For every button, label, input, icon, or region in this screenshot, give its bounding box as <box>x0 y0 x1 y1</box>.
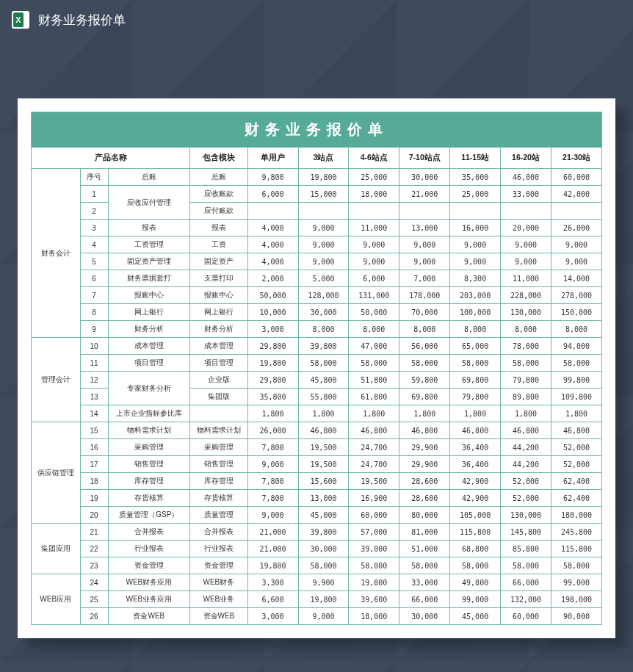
value-cell: 4,000 <box>247 220 298 236</box>
value-cell: 58,000 <box>450 355 501 372</box>
value-cell: 19,800 <box>349 574 399 591</box>
table-row: 22行业报表行业报表21,00030,00039,00051,00068,800… <box>32 541 602 557</box>
value-cell: 62,400 <box>551 473 601 490</box>
seq-cell: 20 <box>80 507 108 524</box>
value-cell: 8,300 <box>450 270 501 287</box>
value-cell: 46,800 <box>298 422 349 439</box>
value-cell: 9,000 <box>450 253 501 270</box>
value-cell: 60,000 <box>501 608 551 625</box>
value-cell: 9,000 <box>450 236 501 253</box>
module-cell: 成本管理 <box>190 338 247 355</box>
table-row: 25WEB业务应用WEB业务6,60019,80039,60066,00099,… <box>32 591 602 608</box>
value-cell: 60,000 <box>349 507 399 524</box>
value-cell: 26,000 <box>551 220 601 236</box>
value-cell: 62,400 <box>551 490 601 507</box>
seq-cell: 13 <box>80 389 108 405</box>
name-cell: 应收应付管理 <box>108 186 190 220</box>
value-cell: 1,800 <box>501 405 551 422</box>
module-cell: 行业报表 <box>190 541 247 557</box>
value-cell: 100,000 <box>450 304 501 321</box>
name-cell: 专家财务分析 <box>108 372 190 405</box>
module-cell: 存货核算 <box>190 490 247 507</box>
value-cell: 69,800 <box>450 372 501 389</box>
value-cell: 180,000 <box>551 507 601 524</box>
table-row: 8网上银行网上银行10,00030,00050,00070,000100,000… <box>32 304 602 321</box>
name-cell: 网上银行 <box>108 304 190 321</box>
value-cell: 99,800 <box>551 372 601 389</box>
value-cell: 3,300 <box>247 574 298 591</box>
value-cell: 33,000 <box>399 574 450 591</box>
group-header: WEB应用 <box>32 574 81 625</box>
name-cell: 资金WEB <box>108 608 190 625</box>
module-cell: 质量管理 <box>190 507 247 524</box>
value-cell: 1,800 <box>247 405 298 422</box>
value-cell: 1,800 <box>298 405 349 422</box>
value-cell: 8,000 <box>450 321 501 338</box>
value-cell: 39,800 <box>298 338 349 355</box>
seq-cell: 24 <box>80 574 108 591</box>
value-cell: 145,800 <box>501 524 551 541</box>
module-cell: 库存管理 <box>190 473 247 490</box>
module-cell: 固定资产 <box>190 253 247 270</box>
value-cell: 58,000 <box>349 355 399 372</box>
value-cell: 58,000 <box>501 355 551 372</box>
value-cell: 58,000 <box>298 557 349 574</box>
value-cell: 80,000 <box>399 507 450 524</box>
value-cell: 11,000 <box>349 220 399 236</box>
value-cell: 24,700 <box>349 456 399 473</box>
name-cell: 总账 <box>108 169 190 186</box>
module-cell: 合并报表 <box>190 524 247 541</box>
value-cell: 131,000 <box>349 287 399 304</box>
value-cell: 47,000 <box>349 338 399 355</box>
value-cell: 7,800 <box>247 473 298 490</box>
table-row: 14上市企业指标参比库1,8001,8001,8001,8001,8001,80… <box>32 405 602 422</box>
module-cell: 支票打印 <box>190 270 247 287</box>
value-cell: 128,000 <box>298 287 349 304</box>
seq-cell: 26 <box>80 608 108 625</box>
value-cell: 66,000 <box>399 591 450 608</box>
name-cell: 库存管理 <box>108 473 190 490</box>
value-cell: 45,800 <box>298 372 349 389</box>
seq-cell: 22 <box>80 541 108 557</box>
table-body: 财务会计序号总账总账9,80019,80025,00030,00035,0004… <box>32 169 602 625</box>
value-cell: 13,000 <box>399 220 450 236</box>
col-val-1: 3站点 <box>298 148 349 169</box>
module-cell: 工资 <box>190 236 247 253</box>
value-cell: 21,000 <box>247 541 298 557</box>
value-cell: 6,000 <box>349 270 399 287</box>
col-val-2: 4-6站点 <box>349 148 399 169</box>
value-cell: 50,000 <box>349 304 399 321</box>
value-cell <box>349 203 399 220</box>
value-cell <box>247 203 298 220</box>
table-row: 集团应用21合并报表合并报表21,00039,80057,00081,00011… <box>32 524 602 541</box>
value-cell: 9,000 <box>399 236 450 253</box>
value-cell: 178,000 <box>399 287 450 304</box>
value-cell: 24,700 <box>349 439 399 456</box>
group-header: 管理会计 <box>32 338 81 422</box>
value-cell: 90,000 <box>551 608 601 625</box>
value-cell: 9,000 <box>298 253 349 270</box>
seq-cell: 19 <box>80 490 108 507</box>
value-cell: 5,000 <box>298 270 349 287</box>
col-val-0: 单用户 <box>247 148 298 169</box>
value-cell: 99,000 <box>450 591 501 608</box>
value-cell: 61,800 <box>349 389 399 405</box>
value-cell: 57,000 <box>349 524 399 541</box>
module-cell: 财务分析 <box>190 321 247 338</box>
value-cell: 46,800 <box>349 422 399 439</box>
seq-cell: 25 <box>80 591 108 608</box>
value-cell: 18,000 <box>349 186 399 203</box>
value-cell: 78,000 <box>501 338 551 355</box>
value-cell: 45,000 <box>298 507 349 524</box>
value-cell: 8,000 <box>501 321 551 338</box>
seq-cell: 23 <box>80 557 108 574</box>
value-cell: 26,000 <box>247 422 298 439</box>
value-cell: 4,000 <box>247 253 298 270</box>
module-cell: 物料需求计划 <box>190 422 247 439</box>
table-row: 18库存管理库存管理7,80015,60019,50028,60042,9005… <box>32 473 602 490</box>
module-cell: 采购管理 <box>190 439 247 456</box>
value-cell: 4,000 <box>247 236 298 253</box>
table-row: 11项目管理项目管理19,80058,00058,00058,00058,000… <box>32 355 602 372</box>
seq-cell: 10 <box>80 338 108 355</box>
name-cell: 报账中心 <box>108 287 190 304</box>
